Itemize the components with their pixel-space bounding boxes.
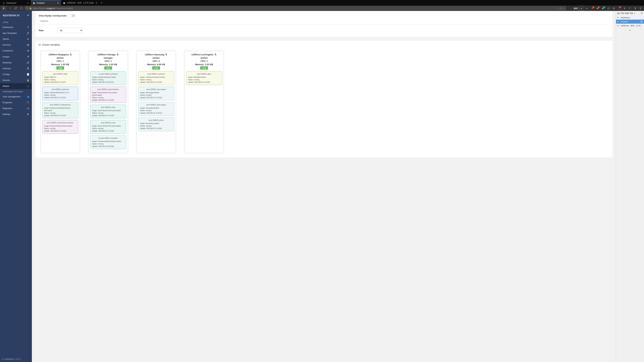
ext-icon[interactable]: ✦ xyxy=(622,6,627,10)
task-image: Image: shadowsocks/shadowsocks-libev:lat… xyxy=(44,107,76,112)
sidebar-item-containers[interactable]: Containers🖥 xyxy=(0,48,32,54)
tab-title: Portainer xyxy=(36,2,55,4)
library-icon[interactable]: ▮▮▮╲ xyxy=(574,6,578,10)
list-icon: ≣ xyxy=(27,38,29,40)
task-status: Status: running xyxy=(44,127,76,130)
ext-icon[interactable]: ▶1 xyxy=(601,6,606,10)
browser-tab-active[interactable]: ▣ Portainer × xyxy=(31,0,61,5)
node-status-badge: ready xyxy=(200,66,208,69)
forward-button[interactable] xyxy=(8,6,12,10)
only-running-toggle[interactable] xyxy=(69,14,75,17)
sidebar-item-volumes[interactable]: Volumes🗄 xyxy=(0,65,32,71)
task-update: Update: 2018-06-25 11:44:54 xyxy=(44,114,76,117)
logo[interactable]: ⎈ portainer.io ⇄ xyxy=(0,11,32,19)
sidebar-item-secrets[interactable]: Secrets🔒 xyxy=(0,77,32,83)
task-status: Status: running xyxy=(92,112,124,114)
download-icon[interactable]: ↓ xyxy=(568,6,573,10)
ext-icon[interactable]: ▶1 xyxy=(595,6,600,10)
task-card[interactable]: prod-180625_drone Image: drone/drone:lat… xyxy=(138,117,174,131)
task-image: Image: vfarcic/docker-flow-proxy:latest xyxy=(92,125,124,127)
task-card[interactable]: prod-180625_proxy Image: vfarcic/docker-… xyxy=(90,120,126,134)
node-memory: Memory: 1.03 GB xyxy=(42,63,78,66)
ext-icon[interactable]: ⊞ xyxy=(612,6,616,10)
chevron-down-icon[interactable]: ▾ xyxy=(634,12,635,14)
task-card[interactable]: prod-180625_gitea Image: gitea/gitea:lat… xyxy=(186,71,222,85)
node-name: LER0srv-Samsung xyxy=(145,53,164,56)
tst-tab-item[interactable]: ●Dashboard xyxy=(616,15,644,19)
task-card[interactable]: prod-180625_kanboard Image: kanboard/kan… xyxy=(42,87,78,100)
task-status: Status: running xyxy=(140,125,172,127)
task-update: Update: 2018-06-25 11:45:00 xyxy=(140,127,172,130)
node-role: manager xyxy=(90,56,126,60)
node-card: LER0srv-Chicago manager CPU: 1 Memory: 1… xyxy=(88,51,128,153)
linux-icon xyxy=(165,53,167,56)
task-card[interactable]: m-prod-180614_portainer Image: portainer… xyxy=(90,71,126,85)
sidebar-item-stacks[interactable]: Stacks≣ xyxy=(0,36,32,42)
clone-icon: ⧉ xyxy=(27,55,29,58)
back-button[interactable] xyxy=(1,5,7,11)
list-alt-icon: ▤ xyxy=(27,43,29,46)
sitemap-icon: 🔗 xyxy=(27,61,29,64)
controls-panel: Only display running tasks Refresh Rate … xyxy=(35,11,613,37)
url-bar[interactable]: ⓘ 🔒 https://docker.rongyi.io/#/swarm/vis… xyxy=(25,6,566,10)
task-update: Update: 2018-06-14 04:26:15 xyxy=(92,81,124,83)
reload-button[interactable] xyxy=(14,6,18,10)
tst-add-tab[interactable]: + xyxy=(616,28,644,33)
task-update: Update: 2018-06-25 11:45:02 xyxy=(44,96,76,99)
sidebar-item-endpoints[interactable]: Endpoints🔌 xyxy=(0,99,32,105)
sidebar-item-registries[interactable]: Registries🗃 xyxy=(0,105,32,111)
sidebar-item-images[interactable]: Images⧉ xyxy=(0,54,32,60)
tab-close-icon[interactable]: × xyxy=(95,2,98,4)
sidebar-item-services[interactable]: Services▤ xyxy=(0,42,32,48)
sidebar-toggle-icon[interactable]: ⇄ xyxy=(27,14,29,16)
ext-icon[interactable]: ◱ xyxy=(606,6,611,10)
info-icon[interactable]: ⓘ xyxy=(26,7,28,10)
tab-close-icon[interactable]: × xyxy=(26,2,29,4)
sidebar-item-networks[interactable]: Networks🔗 xyxy=(0,60,32,65)
task-card[interactable]: prod-180625_proxy Image: vfarcic/docker-… xyxy=(90,105,126,118)
tab-close-icon[interactable]: × xyxy=(57,2,59,4)
sidebar-item-app-templates[interactable]: App Templates🚀 xyxy=(0,30,32,36)
sidebar-icon[interactable]: ◧ xyxy=(579,6,584,10)
tst-tab-item[interactable]: ●Portainer× xyxy=(616,19,644,24)
pocket-icon[interactable]: ⬡ xyxy=(560,7,562,9)
task-image: Image: drone/drone:latest xyxy=(140,122,172,125)
task-card[interactable]: prod-180625_transmission-daemon Image: l… xyxy=(42,120,78,134)
refresh-button[interactable]: Refresh xyxy=(39,18,609,24)
node-header: LER0srv-LosAngeles worker CPU: 1 Memory:… xyxy=(186,53,222,69)
task-card[interactable]: prod-180625_verdaccio Image: verdaccio/v… xyxy=(138,71,174,85)
ext-icon[interactable]: ⚙ xyxy=(633,6,638,10)
task-card[interactable]: prod-180625_swarm-listener Image: vfarci… xyxy=(90,87,126,103)
ext-icon[interactable]: ◆4 xyxy=(590,6,595,10)
sidebar-item-swarm[interactable]: Swarm⬚ xyxy=(0,83,32,89)
menu-icon[interactable]: ☰ xyxy=(638,6,643,10)
sidebar-item-settings[interactable]: Settings⚙ xyxy=(0,111,32,117)
ext-icon[interactable]: ◤ xyxy=(628,6,632,10)
task-card[interactable]: prod-180625_drone-agent Image: drone/age… xyxy=(138,102,174,116)
task-card[interactable]: prod-180625_shadowsocks Image: shadowsoc… xyxy=(42,102,78,118)
browser-tab[interactable]: ◎ Dashboard × xyxy=(1,0,31,5)
sidebar-item-dashboard[interactable]: Dashboard⏱ xyxy=(0,24,32,30)
task-card[interactable]: m-prod-180614_visualizer Image: dockersa… xyxy=(90,135,126,149)
browser-tab[interactable]: 🍵 LER0ever - 首页 - L.E.R Code × xyxy=(61,0,100,5)
rate-select[interactable]: 5s xyxy=(58,28,83,33)
sidebar-item-user-management[interactable]: User management👥 xyxy=(0,94,32,99)
sidebar-item-configs[interactable]: Configs📄 xyxy=(0,71,32,77)
tst-tab-item[interactable]: ●LER0ever - 首页 - L.E.R Code xyxy=(616,24,644,28)
ext-icon[interactable]: ● xyxy=(585,6,589,10)
task-update: Update: 2018-06-25 11:45:30 xyxy=(140,96,172,99)
task-card[interactable]: prod-180625_drone-agent Image: drone/age… xyxy=(138,87,174,100)
hdd-icon: 🗄 xyxy=(27,67,29,70)
star-icon[interactable]: ☆ xyxy=(563,7,565,9)
task-image: Image: portainer/portainer:latest xyxy=(92,76,124,78)
task-card[interactable]: prod-180625_httpd Image: httpd:2.4 Statu… xyxy=(42,71,78,85)
new-tab-button[interactable]: + xyxy=(100,1,104,4)
task-name: prod-180625_drone-agent xyxy=(140,104,172,106)
task-name: prod-180625_kanboard xyxy=(44,88,76,91)
close-icon[interactable]: ✕ xyxy=(641,12,643,14)
close-icon[interactable]: × xyxy=(640,20,643,23)
home-button[interactable] xyxy=(19,6,24,10)
ext-icon[interactable]: ⬚1 xyxy=(617,6,622,10)
more-icon[interactable]: ⋯ xyxy=(557,7,559,9)
tab-favicon: ● xyxy=(617,16,620,19)
